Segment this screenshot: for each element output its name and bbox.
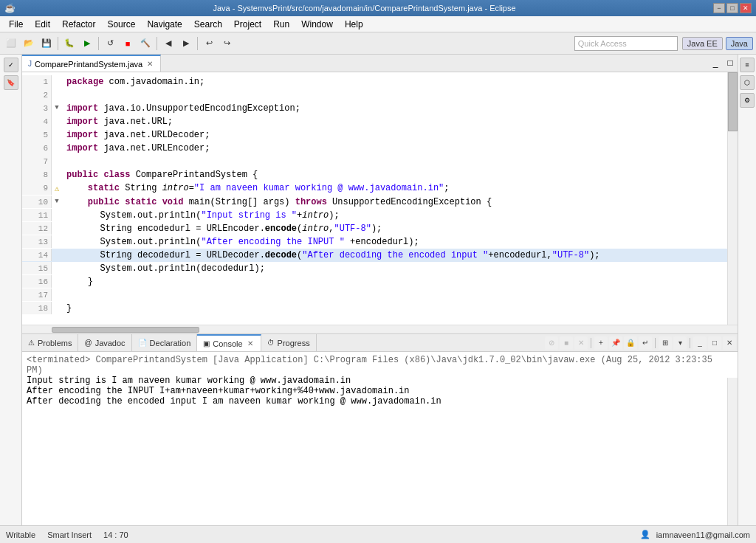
console-scrollbar[interactable] [727,378,738,525]
editor-area: J ComparePrintandSystem.java ✕ _ □ 1 pac… [22,55,738,333]
pin-console-button[interactable]: 📌 [609,336,622,350]
refresh-button[interactable]: ↺ [102,35,118,52]
fold-imports-icon[interactable]: ▼ [55,103,58,114]
tab-spacer [161,55,708,72]
menu-source[interactable]: Source [101,18,141,31]
code-line-11: 11 System.out.println("Input string is "… [22,209,727,222]
menu-run[interactable]: Run [267,18,295,31]
forward-button[interactable]: ▶ [178,35,194,52]
bottom-tabs: ⚠ Problems @ Javadoc 📄 Declaration ▣ Con… [22,334,738,352]
scroll-lock-button[interactable]: 🔒 [624,336,637,350]
progress-icon: ⏱ [267,339,275,347]
editor-tab-compare[interactable]: J ComparePrintandSystem.java ✕ [22,55,161,72]
code-line-12: 12 String encodedurl = URLEncoder.encode… [22,222,727,235]
java-file-icon: J [28,60,32,68]
tab-javadoc[interactable]: @ Javadoc [78,334,131,351]
maximize-panel-button[interactable]: □ [708,336,721,350]
menu-search[interactable]: Search [188,18,228,31]
code-line-7: 7 [22,155,727,168]
debug-button[interactable]: 🐛 [61,35,78,52]
sidebar-tasks-icon[interactable]: ✓ [4,58,18,72]
maximize-editor-button[interactable]: □ [723,55,738,71]
toolbar-sep-3 [690,338,690,348]
menu-help[interactable]: Help [339,18,369,31]
java-ee-perspective[interactable]: Java EE [682,37,723,50]
fold-main-icon[interactable]: ▼ [55,197,58,207]
toolbar: ⬜ 📂 💾 🐛 ▶ ↺ ■ 🔨 ◀ ▶ ↩ ↪ Quick Access Jav… [0,32,756,55]
status-right: 👤 iamnaveen11@gmail.com [640,530,750,539]
stop-button[interactable]: ■ [120,35,136,52]
sidebar-bookmarks-icon[interactable]: 🔖 [4,75,18,90]
console-output-line-3: After decoding the encoded input I am na… [27,396,733,407]
app-icon: ☕ [4,3,16,13]
code-line-2: 2 [22,89,727,102]
java-perspective[interactable]: Java [726,37,753,50]
code-line-18: 18 } [22,302,727,315]
remove-console-button[interactable]: ✕ [574,336,588,350]
horiz-scrollbar[interactable] [22,325,738,333]
console-output-line-2: After encoding the INPUT I+am+naveen+kum… [27,386,733,396]
code-line-5: 5 import java.net.URLDecoder; [22,128,727,142]
run-button[interactable]: ▶ [79,35,95,52]
menu-bar: File Edit Refactor Source Navigate Searc… [0,16,756,32]
bottom-toolbar: ⊘ ■ ✕ + 📌 🔒 ↵ ⊞ ▾ _ □ ✕ [545,334,736,351]
save-button[interactable]: 💾 [38,35,55,52]
cursor-position: 14 : 70 [103,530,128,539]
code-editor[interactable]: 1 package com.javadomain.in; 2 3 ▼ [22,72,727,325]
code-line-10: 10 ▼ public static void main(String[] ar… [22,196,727,209]
declaration-icon: 📄 [138,339,147,347]
console-tab-close[interactable]: ✕ [246,339,255,348]
properties-icon[interactable]: ⚙ [740,93,755,108]
tab-close-button[interactable]: ✕ [145,60,154,69]
prev-edit-button[interactable]: ↩ [201,35,217,52]
menu-window[interactable]: Window [295,18,339,31]
horiz-scroll-thumb[interactable] [52,327,199,333]
code-line-14: 14 String decodedurl = URLDecoder.decode… [22,249,727,262]
tab-progress[interactable]: ⏱ Progress [261,334,317,351]
left-sidebar: ✓ 🔖 [0,55,22,525]
tab-problems[interactable]: ⚠ Problems [22,334,78,351]
minimize-button[interactable]: − [713,3,725,13]
maximize-button[interactable]: □ [726,3,738,13]
open-button[interactable]: 📂 [21,35,37,52]
menu-console-button[interactable]: ▾ [673,336,687,350]
quick-access-input[interactable]: Quick Access [574,36,678,51]
new-console-button[interactable]: + [594,336,608,350]
tab-console[interactable]: ▣ Console ✕ [197,334,261,351]
close-button[interactable]: ✕ [740,3,752,13]
back-button[interactable]: ◀ [160,35,176,52]
code-line-17: 17 [22,288,727,302]
stop-console-button[interactable]: ■ [560,336,573,350]
minimize-editor-button[interactable]: _ [708,55,723,71]
console-content[interactable]: <terminated> ComparePrintandSystem [Java… [22,352,738,525]
outline-icon[interactable]: ≡ [740,58,755,72]
status-bar: Writable Smart Insert 14 : 70 👤 iamnavee… [0,525,756,543]
menu-project[interactable]: Project [228,18,267,31]
word-wrap-button[interactable]: ↵ [639,336,652,350]
window-controls: − □ ✕ [713,3,752,13]
minimize-panel-button[interactable]: _ [693,336,707,350]
menu-edit[interactable]: Edit [29,18,56,31]
console-output-line-1: Input string is I am naveen kumar workin… [27,376,733,386]
right-sidebar: ≡ ⬡ ⚙ [738,55,756,525]
smart-insert-status: Smart Insert [47,530,92,539]
hierarchy-icon[interactable]: ⬡ [740,75,755,90]
menu-file[interactable]: File [3,18,29,31]
open-console-button[interactable]: ⊞ [659,336,672,350]
tab-declaration[interactable]: 📄 Declaration [132,334,198,351]
toolbar-sep-2 [655,338,656,348]
clear-console-button[interactable]: ⊘ [545,336,558,350]
code-line-4: 4 import java.net.URL; [22,115,727,128]
code-line-15: 15 System.out.println(decodedurl); [22,262,727,275]
bottom-panel: ⚠ Problems @ Javadoc 📄 Declaration ▣ Con… [22,333,738,525]
editor-column: J ComparePrintandSystem.java ✕ _ □ 1 pac… [22,55,738,525]
next-edit-button[interactable]: ↪ [219,35,235,52]
build-button[interactable]: 🔨 [137,35,154,52]
editor-scrollbar[interactable] [727,72,738,325]
menu-refactor[interactable]: Refactor [56,18,101,31]
close-panel-button[interactable]: ✕ [723,336,736,350]
new-button[interactable]: ⬜ [3,35,19,52]
tab-label: ComparePrintandSystem.java [35,60,142,69]
editor-scroll-thumb[interactable] [728,72,738,131]
menu-navigate[interactable]: Navigate [141,18,188,31]
